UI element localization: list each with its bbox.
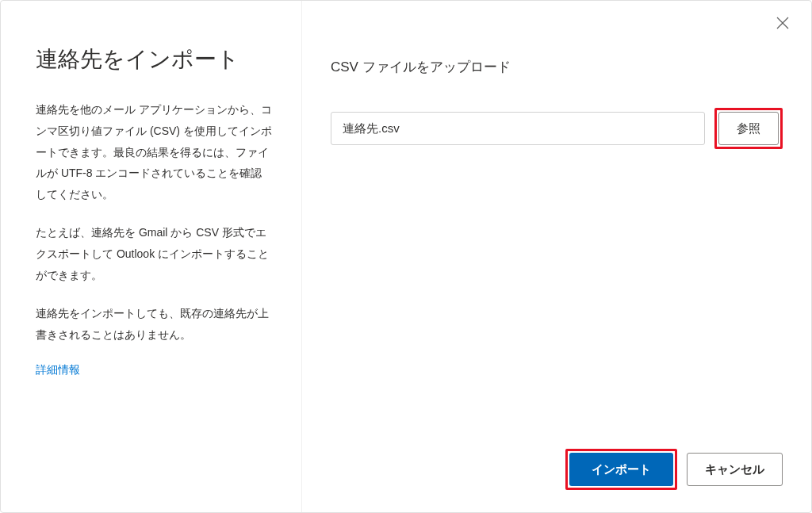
cancel-button[interactable]: キャンセル <box>687 453 783 486</box>
dialog-footer: インポート キャンセル <box>565 449 783 490</box>
info-paragraph-1: 連絡先を他のメール アプリケーションから、コンマ区切り値ファイル (CSV) を… <box>36 99 273 205</box>
import-contacts-dialog: 連絡先をインポート 連絡先を他のメール アプリケーションから、コンマ区切り値ファ… <box>0 0 812 513</box>
import-highlight: インポート <box>565 449 677 490</box>
upload-title: CSV ファイルをアップロード <box>331 58 783 76</box>
info-paragraph-2: たとえば、連絡先を Gmail から CSV 形式でエクスポートして Outlo… <box>36 222 273 285</box>
browse-highlight: 参照 <box>714 108 783 149</box>
file-row: 参照 <box>331 108 783 149</box>
more-info-link[interactable]: 詳細情報 <box>36 363 80 376</box>
dialog-title: 連絡先をインポート <box>36 45 273 74</box>
file-input[interactable] <box>331 112 705 145</box>
info-paragraph-3: 連絡先をインポートしても、既存の連絡先が上書きされることはありません。 <box>36 303 273 345</box>
info-panel: 連絡先をインポート 連絡先を他のメール アプリケーションから、コンマ区切り値ファ… <box>1 1 302 512</box>
import-button[interactable]: インポート <box>569 453 673 486</box>
browse-button[interactable]: 参照 <box>718 112 779 145</box>
upload-panel: CSV ファイルをアップロード 参照 インポート キャンセル <box>302 1 811 512</box>
